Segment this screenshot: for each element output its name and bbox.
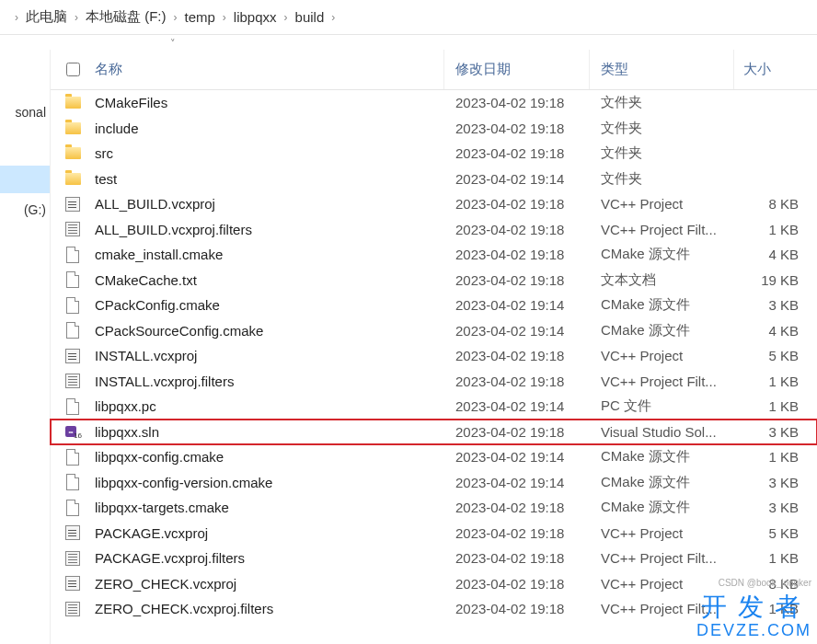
list-item[interactable]: CMakeFiles2023-04-02 19:18文件夹: [51, 90, 817, 116]
file-date: 2023-04-02 19:18: [444, 272, 590, 288]
list-item[interactable]: PACKAGE.vcxproj.filters2023-04-02 19:18V…: [51, 546, 817, 571]
folder-icon: [65, 147, 81, 159]
breadcrumb-item[interactable]: libpqxx: [234, 9, 277, 25]
file-type: CMake 源文件: [590, 246, 734, 263]
chevron-right-icon: ›: [277, 11, 295, 24]
file-icon: [66, 247, 79, 263]
file-type: 文件夹: [590, 120, 734, 137]
list-item[interactable]: INSTALL.vcxproj.filters2023-04-02 19:18V…: [51, 369, 817, 395]
file-icon: [66, 297, 79, 314]
list-item[interactable]: ∞16libpqxx.sln2023-04-02 19:18Visual Stu…: [51, 420, 817, 445]
chevron-right-icon: ›: [215, 11, 234, 24]
file-name: CMakeFiles: [95, 95, 444, 110]
file-icon: [66, 322, 79, 339]
file-type: CMake 源文件: [590, 296, 734, 314]
breadcrumb-item[interactable]: 此电脑: [26, 8, 67, 26]
sidebar-item[interactable]: [0, 138, 50, 166]
select-all-checkbox[interactable]: [51, 63, 95, 76]
file-type: CMake 源文件: [590, 322, 734, 339]
breadcrumb-item[interactable]: build: [295, 9, 325, 25]
file-size: 3 KB: [734, 500, 817, 515]
file-date: 2023-04-02 19:18: [444, 576, 590, 592]
file-type: VC++ Project Filt...: [590, 374, 734, 389]
file-date: 2023-04-02 19:18: [444, 550, 590, 566]
list-item[interactable]: libpqxx-targets.cmake2023-04-02 19:18CMa…: [51, 495, 817, 521]
file-size: 4 KB: [734, 247, 817, 262]
list-item[interactable]: cmake_install.cmake2023-04-02 19:18CMake…: [51, 242, 817, 268]
file-size: 5 KB: [734, 525, 817, 541]
file-name: CMakeCache.txt: [95, 272, 444, 288]
list-item[interactable]: src2023-04-02 19:18文件夹: [51, 141, 817, 167]
file-size: 4 KB: [734, 323, 817, 339]
filters-icon: [65, 551, 80, 566]
file-date: 2023-04-02 19:18: [444, 222, 590, 237]
file-name: include: [95, 121, 444, 136]
sln-icon: ∞16: [65, 424, 80, 439]
list-item[interactable]: libpqxx-config-version.cmake2023-04-02 1…: [51, 470, 817, 496]
file-icon: [66, 474, 79, 490]
file-name: INSTALL.vcxproj: [95, 348, 444, 363]
column-header-size[interactable]: 大小: [734, 50, 817, 89]
file-type: VC++ Project: [590, 196, 734, 212]
file-name: CPackSourceConfig.cmake: [95, 323, 444, 339]
file-list: CMakeFiles2023-04-02 19:18文件夹include2023…: [51, 90, 817, 622]
file-type: VC++ Project: [590, 576, 734, 592]
file-type: VC++ Project Filt...: [590, 550, 734, 566]
file-date: 2023-04-02 19:14: [444, 475, 590, 490]
file-date: 2023-04-02 19:14: [444, 449, 590, 465]
file-size: 1 KB: [734, 550, 817, 566]
file-date: 2023-04-02 19:18: [444, 121, 590, 136]
file-date: 2023-04-02 19:18: [444, 500, 590, 515]
file-date: 2023-04-02 19:18: [444, 374, 590, 389]
list-item[interactable]: ZERO_CHECK.vcxproj.filters2023-04-02 19:…: [51, 596, 817, 622]
dropdown-chevron-icon[interactable]: ˅: [0, 38, 176, 50]
list-item[interactable]: ALL_BUILD.vcxproj2023-04-02 19:18VC++ Pr…: [51, 191, 817, 217]
file-date: 2023-04-02 19:14: [444, 297, 590, 313]
column-header-type[interactable]: 类型: [590, 50, 734, 89]
sidebar-item[interactable]: (G:): [0, 193, 50, 236]
file-date: 2023-04-02 19:18: [444, 145, 590, 161]
list-item[interactable]: INSTALL.vcxproj2023-04-02 19:18VC++ Proj…: [51, 343, 817, 369]
file-name: ZERO_CHECK.vcxproj.filters: [95, 601, 444, 616]
list-item[interactable]: CMakeCache.txt2023-04-02 19:18文本文档19 KB: [51, 268, 817, 293]
file-name: PACKAGE.vcxproj: [95, 525, 444, 541]
list-item[interactable]: ALL_BUILD.vcxproj.filters2023-04-02 19:1…: [51, 217, 817, 243]
column-headers: 名称 修改日期 类型 大小: [51, 50, 817, 90]
file-size: 1 KB: [734, 222, 817, 237]
list-item[interactable]: CPackSourceConfig.cmake2023-04-02 19:14C…: [51, 318, 817, 344]
breadcrumb-item[interactable]: 本地磁盘 (F:): [86, 8, 167, 26]
file-icon: [66, 500, 79, 516]
list-item[interactable]: ZERO_CHECK.vcxproj2023-04-02 19:18VC++ P…: [51, 571, 817, 597]
list-item[interactable]: CPackConfig.cmake2023-04-02 19:14CMake 源…: [51, 293, 817, 318]
chevron-right-icon: ›: [67, 11, 86, 24]
file-type: VC++ Project: [590, 525, 734, 541]
file-name: libpqxx.pc: [95, 398, 444, 414]
sidebar-item[interactable]: sonal: [0, 96, 50, 138]
file-icon: [66, 271, 79, 288]
list-item[interactable]: libpqxx.pc2023-04-02 19:14PC 文件1 KB: [51, 394, 817, 420]
column-header-name[interactable]: 名称: [95, 50, 444, 89]
filters-icon: [65, 602, 80, 616]
folder-icon: [65, 173, 81, 185]
column-header-date[interactable]: 修改日期: [444, 50, 590, 89]
sidebar-item[interactable]: [0, 166, 50, 193]
list-item[interactable]: libpqxx-config.cmake2023-04-02 19:14CMak…: [51, 444, 817, 470]
file-type: VC++ Project: [590, 348, 734, 363]
list-item[interactable]: test2023-04-02 19:14文件夹: [51, 167, 817, 192]
list-item[interactable]: include2023-04-02 19:18文件夹: [51, 116, 817, 142]
list-item[interactable]: PACKAGE.vcxproj2023-04-02 19:18VC++ Proj…: [51, 521, 817, 546]
file-type: CMake 源文件: [590, 499, 734, 516]
file-name: libpqxx-config-version.cmake: [95, 475, 444, 490]
file-name: INSTALL.vcxproj.filters: [95, 374, 444, 389]
file-type: PC 文件: [590, 397, 734, 415]
file-type: VC++ Project Filt...: [590, 222, 734, 237]
file-date: 2023-04-02 19:18: [444, 601, 590, 616]
file-name: libpqxx.sln: [95, 424, 444, 440]
chevron-right-icon: ›: [324, 11, 342, 24]
file-size: 19 KB: [734, 272, 817, 288]
breadcrumb[interactable]: ›此电脑›本地磁盘 (F:)›temp›libpqxx›build›: [0, 0, 817, 35]
file-type: 文件夹: [590, 94, 734, 111]
file-name: CPackConfig.cmake: [95, 297, 444, 313]
folder-icon: [65, 122, 81, 134]
breadcrumb-item[interactable]: temp: [185, 9, 215, 25]
